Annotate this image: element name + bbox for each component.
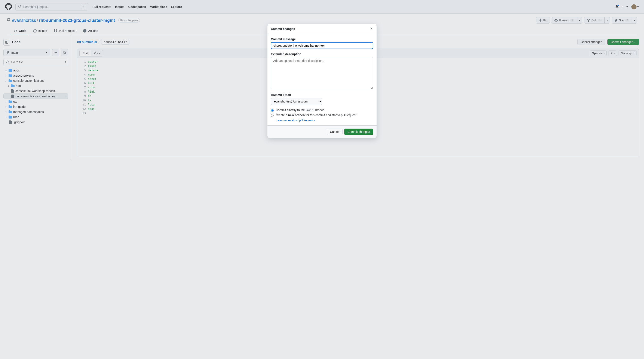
learn-more-link[interactable]: Learn more about pull requests	[276, 119, 315, 122]
modal-title: Commit changes	[271, 27, 295, 30]
modal-cancel-button[interactable]: Cancel	[327, 128, 342, 135]
commit-message-input[interactable]	[271, 42, 373, 49]
extended-desc-label: Extended description	[271, 52, 373, 56]
commit-email-label: Commit Email	[271, 93, 373, 97]
modal-backdrop: Commit changes Commit message Extended d…	[0, 0, 644, 160]
radio-direct-label: Commit directly to the main branch	[276, 108, 324, 112]
close-icon[interactable]	[370, 27, 373, 31]
commit-message-label: Commit message	[271, 38, 373, 41]
commit-email-select[interactable]: evanshortiss@gmail.com	[271, 98, 322, 105]
modal-commit-button[interactable]: Commit changes	[344, 128, 373, 135]
radio-new-branch-label: Create a new branch for this commit and …	[276, 114, 356, 117]
radio-new-branch[interactable]	[271, 114, 274, 117]
commit-modal: Commit changes Commit message Extended d…	[267, 24, 377, 138]
radio-direct[interactable]	[271, 109, 274, 112]
extended-desc-input[interactable]	[271, 57, 373, 89]
